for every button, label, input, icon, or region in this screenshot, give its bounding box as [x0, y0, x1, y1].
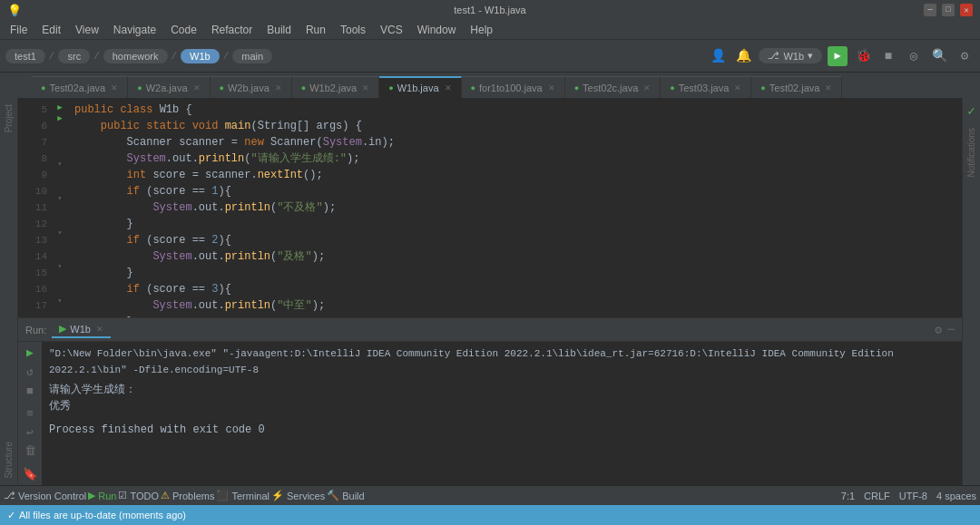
run-tab-name: W1b: [70, 324, 91, 335]
problems-button[interactable]: ⚠ Problems: [161, 490, 214, 501]
file-tabs: ● Test02a.java ✕ ● W2a.java ✕ ● W2b.java…: [0, 73, 980, 98]
code-content[interactable]: public class W1b { public static void ma…: [67, 98, 962, 317]
run-panel-minimize-icon[interactable]: ─: [947, 323, 955, 336]
run-filter-icon[interactable]: ≡: [20, 406, 40, 422]
run-stop-icon[interactable]: ■: [20, 384, 40, 399]
menu-tools[interactable]: Tools: [334, 22, 372, 38]
close-tab-w2a[interactable]: ✕: [193, 83, 201, 92]
run-label: Run:: [25, 325, 46, 335]
run-bottom-label: Run: [98, 491, 116, 501]
close-tab-test02a[interactable]: ✕: [111, 83, 118, 92]
title-bar: 💡 test1 - W1b.java ─ □ ✕: [0, 0, 980, 20]
run-arrow-5[interactable]: ▶: [53, 102, 67, 113]
tab-for1to100[interactable]: ● for1to100.java ✕: [462, 76, 565, 98]
toolbar: test1 / src / homework / W1b / main 👤 🔔 …: [0, 40, 980, 73]
tab-w1b[interactable]: ● W1b.java ✕: [379, 76, 461, 98]
maximize-button[interactable]: □: [942, 4, 955, 16]
run-tab-w1b[interactable]: ▶ W1b ✕: [52, 321, 111, 338]
search-button[interactable]: 🔍: [929, 46, 949, 66]
notifications-label[interactable]: Notifications: [966, 121, 976, 184]
coverage-button[interactable]: ◎: [904, 46, 924, 66]
run-wrap-icon[interactable]: ↩: [20, 424, 40, 440]
project-tab[interactable]: test1: [5, 49, 45, 63]
toolbar-avatar[interactable]: 👤: [708, 46, 728, 66]
todo-button[interactable]: ☑ TODO: [118, 490, 159, 501]
main-tab[interactable]: main: [232, 49, 272, 63]
menu-file[interactable]: File: [4, 22, 34, 38]
vcs-status-bar: ✓ All files are up-to-date (moments ago): [0, 505, 980, 525]
run-bottom-button[interactable]: ▶ Run: [88, 490, 116, 501]
position-indicator[interactable]: 7:1: [841, 491, 855, 501]
close-tab-test02c[interactable]: ✕: [643, 83, 651, 92]
todo-icon: ☑: [118, 490, 127, 501]
src-tab[interactable]: src: [58, 49, 90, 63]
structure-icon[interactable]: Structure: [4, 439, 14, 481]
gutter-17: [53, 238, 67, 249]
branch-selector[interactable]: ⎇ W1b ▾: [759, 48, 822, 63]
close-tab-test02[interactable]: ✕: [825, 83, 832, 92]
menu-navigate[interactable]: Navigate: [107, 22, 162, 38]
problems-icon: ⚠: [161, 490, 170, 501]
run-bookmark-icon[interactable]: 🔖: [20, 466, 40, 481]
menu-build[interactable]: Build: [260, 22, 298, 38]
menu-bar: File Edit View Navigate Code Refactor Bu…: [0, 20, 980, 40]
services-button[interactable]: ⚡ Services: [271, 490, 325, 501]
code-editor[interactable]: 5 6 7 8 9 10 11 12 13 14 15 16 17 18 19 …: [18, 98, 962, 317]
terminal-button[interactable]: ⬛ Terminal: [216, 490, 270, 501]
close-tab-w1b[interactable]: ✕: [445, 83, 452, 92]
run-rerun-icon[interactable]: ↺: [20, 365, 40, 380]
menu-run[interactable]: Run: [299, 22, 332, 38]
line-ending-indicator[interactable]: CRLF: [864, 491, 890, 501]
encoding-indicator[interactable]: UTF-8: [899, 491, 927, 501]
menu-help[interactable]: Help: [464, 22, 499, 38]
project-icon[interactable]: Project: [4, 102, 14, 135]
close-tab-w2b[interactable]: ✕: [275, 83, 282, 92]
toolbar-search-icon[interactable]: 🔔: [733, 46, 753, 66]
run-panel-settings-icon[interactable]: ⚙: [935, 323, 942, 337]
tab-w2a[interactable]: ● W2a.java ✕: [128, 76, 210, 98]
run-arrow-6[interactable]: ▶: [53, 113, 67, 125]
stop-button[interactable]: ■: [878, 46, 898, 66]
minimize-button[interactable]: ─: [924, 4, 936, 16]
gutter-15: [53, 215, 67, 227]
vcs-button[interactable]: ⎇ Version Control: [4, 490, 86, 501]
close-tab-test03[interactable]: ✕: [734, 83, 741, 92]
close-tab-w1b2[interactable]: ✕: [362, 83, 369, 92]
run-left-icons: ▶ ↺ ■ ≡ ↩ 🗑 🔖: [18, 342, 42, 485]
close-button[interactable]: ✕: [960, 4, 973, 16]
fold-13[interactable]: ▾: [53, 192, 67, 204]
menu-view[interactable]: View: [69, 22, 105, 38]
services-label: Services: [287, 491, 325, 501]
tab-test02c[interactable]: ● Test02c.java ✕: [565, 76, 662, 98]
problems-label: Problems: [172, 491, 214, 501]
tab-test03[interactable]: ● Test03.java ✕: [661, 76, 751, 98]
homework-tab[interactable]: homework: [103, 49, 168, 63]
build-button[interactable]: 🔨 Build: [327, 490, 364, 501]
settings-button[interactable]: ⚙: [955, 46, 975, 66]
run-panel: Run: ▶ W1b ✕ ⚙ ─ ▶ ↺ ■ ≡ ↩ 🗑: [18, 317, 962, 485]
run-button[interactable]: ▶: [828, 46, 848, 66]
tab-w2b[interactable]: ● W2b.java ✕: [211, 76, 292, 98]
window-controls[interactable]: ─ □ ✕: [924, 4, 973, 16]
debug-button[interactable]: 🐞: [853, 46, 873, 66]
tab-w1b2[interactable]: ● W1b2.java ✕: [292, 76, 379, 98]
menu-edit[interactable]: Edit: [35, 22, 67, 38]
indent-indicator[interactable]: 4 spaces: [936, 491, 976, 501]
status-right: 7:1 CRLF UTF-8 4 spaces: [841, 491, 976, 501]
menu-vcs[interactable]: VCS: [374, 22, 409, 38]
fold-19[interactable]: ▾: [53, 260, 67, 272]
gutter-18: [53, 249, 67, 261]
run-play-icon[interactable]: ▶: [20, 345, 40, 361]
fold-16[interactable]: ▾: [53, 227, 67, 238]
run-clear-icon[interactable]: 🗑: [20, 443, 40, 459]
fold-10[interactable]: ▾: [53, 159, 67, 170]
close-run-tab[interactable]: ✕: [96, 325, 103, 334]
tab-test02[interactable]: ● Test02.java ✕: [751, 76, 842, 98]
menu-refactor[interactable]: Refactor: [205, 22, 259, 38]
tab-test02a[interactable]: ● Test02a.java ✕: [32, 76, 128, 98]
fold-22[interactable]: ▾: [53, 295, 67, 306]
menu-window[interactable]: Window: [411, 22, 463, 38]
menu-code[interactable]: Code: [164, 22, 203, 38]
w1b-tab[interactable]: W1b: [181, 49, 220, 63]
close-tab-for1to100[interactable]: ✕: [548, 83, 555, 92]
